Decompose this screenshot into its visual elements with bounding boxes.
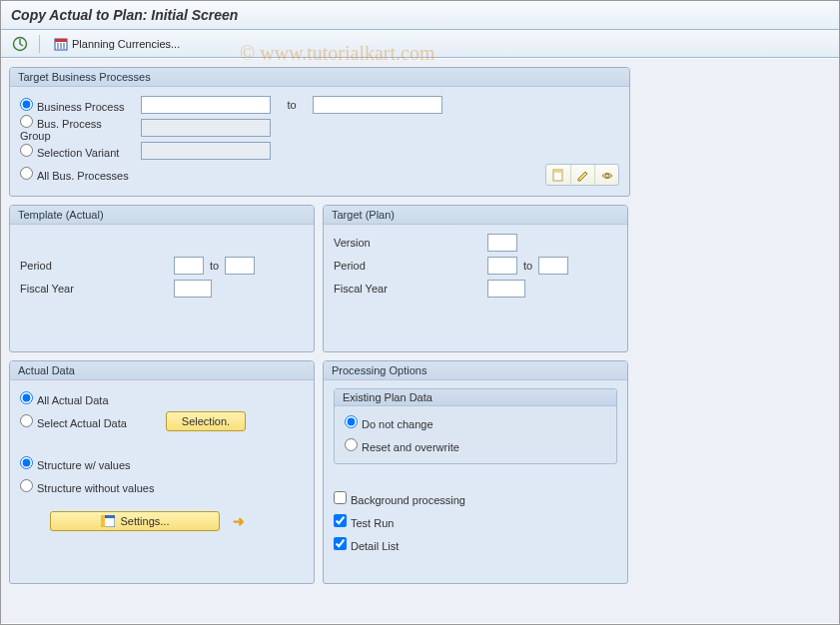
planning-currencies-label: Planning Currencies... (72, 38, 180, 50)
svg-rect-7 (554, 171, 561, 173)
to-label: to (277, 99, 307, 111)
selection-button[interactable]: Selection. (166, 411, 246, 431)
group-target-business-processes: Target Business Processes Business Proce… (9, 67, 630, 197)
radio-bp-group[interactable]: Bus. Process Group (20, 115, 135, 142)
template-fiscal-year-input[interactable] (174, 280, 212, 298)
bp-group-input (141, 119, 271, 137)
page-title: Copy Actual to Plan: Initial Screen (1, 1, 839, 30)
period-label: Period (20, 260, 110, 272)
radio-all-actual-data[interactable]: All Actual Data (20, 391, 109, 406)
target-period-from-input[interactable] (487, 257, 517, 275)
group-actual-data: Actual Data All Actual Data Select Actua… (9, 360, 315, 584)
business-process-from-input[interactable] (141, 96, 271, 114)
settings-button[interactable]: Settings... (50, 511, 220, 531)
group-target-plan: Target (Plan) Version Period to (323, 205, 628, 352)
svg-rect-11 (101, 515, 105, 527)
execute-icon[interactable] (9, 34, 31, 54)
create-icon[interactable] (546, 165, 570, 185)
radio-do-not-change[interactable]: Do not change (345, 415, 433, 430)
radio-selection-variant[interactable]: Selection Variant (20, 144, 135, 159)
target-version-input[interactable] (487, 234, 517, 252)
group-title: Target (Plan) (324, 206, 627, 225)
content-area: Target Business Processes Business Proce… (1, 58, 839, 623)
target-fiscal-year-input[interactable] (487, 280, 525, 298)
fiscal-year-label: Fiscal Year (334, 283, 423, 295)
to-label: to (523, 260, 532, 272)
app-toolbar: Planning Currencies... (1, 30, 839, 58)
template-period-from-input[interactable] (174, 257, 204, 275)
period-label: Period (334, 260, 423, 272)
group-existing-plan-data: Existing Plan Data Do not change Reset a… (334, 388, 617, 464)
selection-variant-input (141, 142, 271, 160)
radio-business-process[interactable]: Business Process (20, 98, 135, 113)
version-label: Version (334, 237, 423, 249)
group-title: Target Business Processes (10, 68, 629, 87)
svg-point-8 (605, 174, 609, 178)
group-template-actual: Template (Actual) Period to Fiscal Year (9, 205, 315, 352)
radio-reset-overwrite[interactable]: Reset and overwrite (345, 438, 459, 453)
fiscal-year-label: Fiscal Year (20, 283, 110, 295)
display-icon[interactable] (594, 165, 618, 185)
checkbox-background-processing[interactable]: Background processing (334, 491, 465, 506)
business-process-to-input[interactable] (313, 96, 442, 114)
settings-button-label: Settings... (121, 515, 170, 527)
svg-rect-2 (55, 39, 67, 42)
checkbox-test-run[interactable]: Test Run (334, 514, 394, 529)
radio-structure-without-values[interactable]: Structure without values (20, 479, 154, 494)
group-title: Processing Options (324, 361, 627, 380)
radio-all-bp[interactable]: All Bus. Processes (20, 167, 135, 182)
radio-structure-with-values[interactable]: Structure w/ values (20, 456, 131, 471)
table-icon (101, 515, 115, 527)
planning-currencies-button[interactable]: Planning Currencies... (48, 34, 186, 54)
group-processing-options: Processing Options Existing Plan Data Do… (323, 360, 628, 584)
template-period-to-input[interactable] (225, 257, 255, 275)
target-period-to-input[interactable] (538, 257, 568, 275)
group-title: Template (Actual) (10, 206, 314, 225)
radio-select-actual-data[interactable]: Select Actual Data (20, 414, 160, 429)
group-title: Existing Plan Data (335, 389, 616, 406)
change-icon[interactable] (570, 165, 594, 185)
group-title: Actual Data (10, 361, 314, 380)
calendar-icon (54, 37, 68, 51)
arrow-right-icon[interactable]: ➜ (230, 513, 248, 529)
variant-icon-strip (545, 164, 619, 186)
checkbox-detail-list[interactable]: Detail List (334, 537, 399, 552)
to-label: to (210, 260, 219, 272)
